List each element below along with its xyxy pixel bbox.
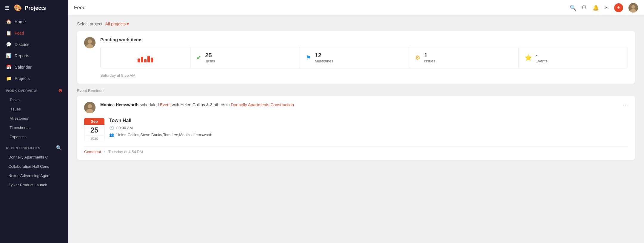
work-item-events[interactable]: ⭐ - Events xyxy=(519,47,628,68)
attendees-icon: 👥 xyxy=(109,133,114,137)
event-user-name: Monica Hemsworth xyxy=(100,102,138,107)
sidebar-item-feed-label: Feed xyxy=(15,31,24,36)
work-overview-section: WORK OVERVIEW ⊖ xyxy=(0,84,68,95)
event-year: 2020 xyxy=(84,136,104,142)
pending-work-card: Pending work items ✔ xyxy=(77,31,635,84)
page-title: Feed xyxy=(74,5,86,11)
search-icon[interactable]: 🔍 xyxy=(570,4,576,11)
event-time: 🕐 09:00 AM xyxy=(109,126,212,130)
logo-icon: 🎨 xyxy=(14,4,22,12)
event-user-avatar xyxy=(84,102,95,113)
sidebar-issues[interactable]: Issues xyxy=(0,104,68,114)
recent-project-1[interactable]: Collaboration Hall Cons xyxy=(0,162,68,171)
bell-icon[interactable]: 🔔 xyxy=(592,4,599,11)
issues-count: 1 xyxy=(424,52,435,59)
reports-icon: 📊 xyxy=(6,53,12,59)
milestones-info: 12 Milestones xyxy=(315,52,333,63)
milestones-count: 12 xyxy=(315,52,333,59)
sidebar-timesheets[interactable]: Timesheets xyxy=(0,123,68,132)
sidebar-milestones[interactable]: Milestones xyxy=(0,114,68,123)
milestones-label: Milestones xyxy=(315,59,333,63)
sidebar-expenses[interactable]: Expenses xyxy=(0,132,68,142)
event-footer: Comment • Tuesday at 4:54 PM xyxy=(84,146,628,154)
work-item-issues[interactable]: ⚙ 1 Issues xyxy=(409,47,518,68)
events-info: - Events xyxy=(536,52,548,63)
sidebar-item-home[interactable]: 🏠 Home xyxy=(0,16,68,27)
tasks-icon: ✔ xyxy=(196,54,201,61)
sidebar-item-projects[interactable]: 📁 Projects xyxy=(0,73,68,84)
svg-point-1 xyxy=(631,5,635,9)
bar-2 xyxy=(141,57,143,62)
event-link[interactable]: Event xyxy=(160,102,171,107)
sidebar-item-calendar[interactable]: 📅 Calendar xyxy=(0,61,68,73)
discuss-icon: 💬 xyxy=(6,42,12,47)
comment-link[interactable]: Comment xyxy=(84,150,101,154)
feed-content: Select project All projects ▾ Pending wo… xyxy=(68,16,644,243)
svg-point-4 xyxy=(88,39,92,44)
timer-icon[interactable]: ⏱ xyxy=(582,4,587,11)
projects-icon: 📁 xyxy=(6,76,12,81)
event-date-block: Sep 25 2020 Town Hall 🕐 09:00 AM 👥 Helen… xyxy=(84,118,628,142)
project-link[interactable]: Donnelly Apartments Construction xyxy=(231,102,294,107)
bar-1 xyxy=(138,59,140,62)
bar-5 xyxy=(151,58,153,62)
sidebar-item-reports[interactable]: 📊 Reports xyxy=(0,50,68,61)
pending-timestamp: Saturday at 8:55 AM xyxy=(100,73,628,78)
home-icon: 🏠 xyxy=(6,19,12,24)
work-item-tasks[interactable]: ✔ 25 Tasks xyxy=(190,47,300,68)
feed-icon: 📋 xyxy=(6,30,12,36)
work-overview-collapse-icon[interactable]: ⊖ xyxy=(58,88,62,93)
sidebar-item-projects-label: Projects xyxy=(15,76,30,81)
issues-icon: ⚙ xyxy=(415,54,420,61)
sidebar-header: ☰ 🎨 Projects xyxy=(0,0,68,16)
tasks-count: 25 xyxy=(205,52,215,59)
recent-project-3[interactable]: Zylker Product Launch xyxy=(0,180,68,190)
sidebar-item-home-label: Home xyxy=(15,19,26,24)
bar-4 xyxy=(147,56,150,62)
feed-avatar xyxy=(84,37,95,48)
project-selector-label: Select project xyxy=(77,21,102,26)
tasks-info: 25 Tasks xyxy=(205,52,215,63)
work-item-milestones[interactable]: ⚑ 12 Milestones xyxy=(300,47,409,68)
more-options-icon[interactable]: ··· xyxy=(623,102,629,108)
work-item-chart[interactable] xyxy=(101,47,190,68)
main-area: Feed 🔍 ⏱ 🔔 ✂ + Select project All projec… xyxy=(68,0,644,243)
event-details: Town Hall 🕐 09:00 AM 👥 Helen Collins,Ste… xyxy=(109,118,212,137)
bar-3 xyxy=(144,59,147,62)
issues-label: Issues xyxy=(424,59,435,63)
recent-projects-search-icon[interactable]: 🔍 xyxy=(56,145,62,151)
tasks-label: Tasks xyxy=(205,59,215,63)
events-count: - xyxy=(536,52,548,59)
sidebar-item-calendar-label: Calendar xyxy=(15,65,32,70)
svg-point-7 xyxy=(88,104,92,108)
milestones-icon: ⚑ xyxy=(306,54,311,61)
calendar-icon: 📅 xyxy=(6,64,12,70)
event-description: Monica Hemsworth scheduled Event with He… xyxy=(100,102,628,108)
footer-separator: • xyxy=(104,150,105,154)
clock-icon: 🕐 xyxy=(109,126,114,130)
project-selector-value[interactable]: All projects ▾ xyxy=(105,21,129,26)
topbar: Feed 🔍 ⏱ 🔔 ✂ + xyxy=(68,0,644,16)
sidebar-item-discuss-label: Discuss xyxy=(15,42,29,47)
work-items-grid: ✔ 25 Tasks ⚑ 12 Milestones xyxy=(100,47,628,68)
tools-icon[interactable]: ✂ xyxy=(604,4,609,11)
pending-title: Pending work items xyxy=(100,37,628,42)
sidebar-item-discuss[interactable]: 💬 Discuss xyxy=(0,39,68,50)
pending-work-body: Pending work items ✔ xyxy=(100,37,628,78)
events-label: Events xyxy=(536,59,548,63)
footer-time: Tuesday at 4:54 PM xyxy=(108,150,143,154)
event-name: Town Hall xyxy=(109,118,212,123)
hamburger-icon[interactable]: ☰ xyxy=(5,5,10,11)
sidebar-item-feed[interactable]: 📋 Feed xyxy=(0,27,68,39)
recent-project-2[interactable]: Nexus Advertising Agen xyxy=(0,171,68,180)
user-avatar[interactable] xyxy=(628,3,638,13)
event-reminder-label: Event Reminder xyxy=(77,88,635,93)
event-attendees: 👥 Helen Collins,Steve Banks,Tom Lee,Moni… xyxy=(109,133,212,137)
event-reminder-card: Monica Hemsworth scheduled Event with He… xyxy=(77,96,635,160)
add-button[interactable]: + xyxy=(614,3,623,12)
dropdown-arrow-icon: ▾ xyxy=(127,21,129,26)
app-title: Projects xyxy=(25,5,46,11)
recent-projects-section: RECENT PROJECTS 🔍 xyxy=(0,142,68,153)
recent-project-0[interactable]: Donnelly Apartments C xyxy=(0,153,68,162)
sidebar-tasks[interactable]: Tasks xyxy=(0,95,68,104)
